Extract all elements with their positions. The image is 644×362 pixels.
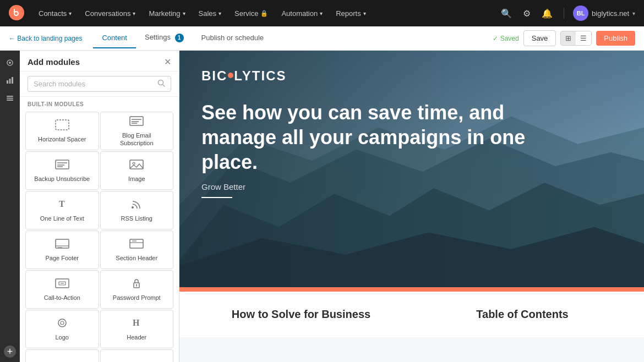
publish-button[interactable]: Publish [596,31,635,46]
sidebar-icon-panel: + [0,51,20,362]
svg-text:T: T [59,199,65,209]
svg-rect-24 [56,239,69,248]
module-header[interactable]: H Header [100,310,174,348]
svg-rect-7 [7,98,13,99]
svg-rect-27 [130,239,143,248]
nav-item-contacts[interactable]: Contacts ▾ [33,6,77,21]
module-page-footer[interactable]: Page Footer [25,231,99,269]
nav-item-conversations[interactable]: Conversations ▾ [79,6,141,21]
module-call-to-action[interactable]: Call-to-Action [25,270,99,309]
svg-point-34 [136,284,137,286]
save-button[interactable]: Save [523,30,556,46]
rss-listing-icon [129,198,144,212]
svg-rect-3 [7,80,8,84]
module-14[interactable] [100,349,174,362]
close-modules-panel-button[interactable]: ✕ [164,58,171,67]
nav-item-reports[interactable]: Reports ▾ [330,6,372,21]
password-prompt-icon [129,277,144,291]
tab-content[interactable]: Content [93,28,136,48]
nav-items: Contacts ▾ Conversations ▾ Marketing ▾ S… [33,6,499,21]
logo-module-icon [54,317,70,331]
svg-rect-4 [9,79,11,84]
saved-status: ✓ Saved [493,35,519,42]
settings-badge: 1 [175,34,184,42]
module-password-prompt[interactable]: Password Prompt [100,270,174,309]
nav-item-marketing[interactable]: Marketing ▾ [143,6,190,21]
svg-point-2 [9,62,11,64]
chevron-down-icon: ▾ [320,10,323,17]
tab-settings[interactable]: Settings 1 [136,28,193,49]
backup-unsubscribe-icon [54,158,70,172]
bottom-col2-heading: Table of Contents [423,308,622,321]
bottom-col-2: Table of Contents [423,308,622,321]
tab-publish-schedule[interactable]: Publish or schedule [193,28,272,48]
module-label: Header [127,334,146,341]
horizontal-spacer-icon [54,119,70,133]
analytics-sidebar-button[interactable] [2,73,18,88]
notifications-button[interactable]: 🔔 [539,6,555,21]
svg-rect-12 [130,117,143,125]
module-label: Page Footer [45,255,79,262]
built-in-modules-label: BUILT-IN MODULES [20,97,179,109]
page-footer-icon [54,238,70,251]
list-view-button[interactable]: ☰ [576,31,591,45]
search-wrap [20,72,179,97]
svg-text:H: H [133,318,140,327]
svg-point-21 [133,162,135,164]
hero-text: See how you can save time, and manage al… [201,100,622,198]
module-blog-email-subscription[interactable]: Blog Email Subscription [100,112,174,150]
lock-icon: 🔒 [260,10,268,17]
module13-icon [54,360,70,363]
svg-rect-16 [56,160,69,169]
module-label: Blog Email Subscription [105,132,169,146]
hero-heading: See how you can save time, and manage al… [201,100,576,174]
module-label: One Line of Text [40,215,84,222]
search-modules-input[interactable] [34,80,154,88]
module-logo[interactable]: Logo [25,310,99,348]
hero-logo: BICLYTICS [201,67,286,84]
avatar: BL [573,6,588,21]
svg-rect-11 [56,120,69,130]
module-image[interactable]: Image [100,151,174,190]
module-label: Password Prompt [113,294,161,301]
nav-item-sales[interactable]: Sales ▾ [193,6,227,21]
svg-rect-5 [12,77,13,84]
hubspot-logo[interactable] [9,5,24,22]
back-to-landing-pages-link[interactable]: ← Back to landing pages [9,35,82,42]
sub-navigation: ← Back to landing pages Content Settings… [0,26,644,51]
module-13[interactable] [25,349,99,362]
module-label: Logo [56,334,69,341]
add-sidebar-button[interactable]: + [4,345,16,358]
module-rss-listing[interactable]: RSS Listing [100,191,174,229]
nav-item-automation[interactable]: Automation ▾ [276,6,328,21]
module-section-header[interactable]: Section Header [100,231,174,269]
top-navigation: Contacts ▾ Conversations ▾ Marketing ▾ S… [0,0,644,26]
search-box [28,76,171,92]
chevron-down-icon: ▾ [69,10,72,17]
preview-sidebar-button[interactable] [2,55,18,70]
module-backup-unsubscribe[interactable]: Backup Unsubscribe [25,151,99,190]
nav-item-service[interactable]: Service 🔒 [229,6,274,21]
grid-view-button[interactable]: ⊞ [561,31,576,45]
search-icon [157,79,165,89]
view-toggle: ⊞ ☰ [560,31,592,46]
nav-right-actions: 🔍 ⚙ 🔔 BL biglytics.net ▾ [499,6,635,21]
module-label: RSS Listing [121,215,152,222]
page-preview: BICLYTICS See how you can save time, and… [179,51,644,362]
svg-rect-8 [7,100,13,101]
svg-point-23 [132,206,134,209]
sub-right-actions: ✓ Saved Save ⊞ ☰ Publish [493,30,635,46]
modules-grid: Horizontal Spacer Blog Email Subscriptio… [20,109,179,362]
bottom-col-1: How to Solve for Business [201,308,401,321]
module14-icon [129,360,144,363]
layers-sidebar-button[interactable] [2,90,18,106]
blog-email-subscription-icon [129,115,144,129]
coral-bar [179,287,644,292]
search-button[interactable]: 🔍 [499,6,514,21]
module-one-line-of-text[interactable]: T One Line of Text [25,191,99,229]
bottom-section: How to Solve for Business Table of Conte… [179,292,644,337]
module-horizontal-spacer[interactable]: Horizontal Spacer [25,112,99,150]
user-menu[interactable]: BL biglytics.net ▾ [573,6,635,21]
call-to-action-icon [54,277,70,291]
settings-button[interactable]: ⚙ [521,6,533,21]
